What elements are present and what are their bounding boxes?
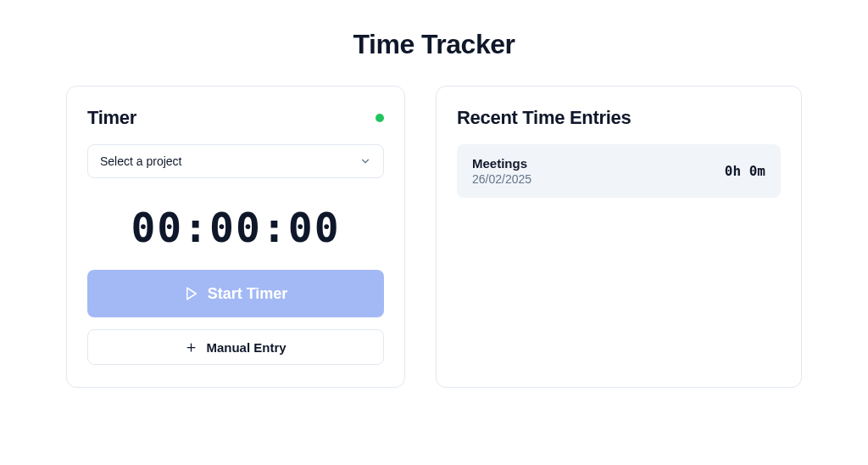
manual-entry-button[interactable]: Manual Entry xyxy=(87,329,384,365)
time-entry-date: 26/02/2025 xyxy=(472,172,531,186)
status-indicator-icon xyxy=(376,114,384,122)
svg-marker-0 xyxy=(186,288,196,300)
time-entry-info: Meetings 26/02/2025 xyxy=(472,156,531,186)
time-entry-project: Meetings xyxy=(472,156,531,171)
manual-entry-label: Manual Entry xyxy=(206,340,286,355)
project-select-placeholder: Select a project xyxy=(100,154,182,168)
timer-card-title: Timer xyxy=(87,107,136,129)
start-timer-label: Start Timer xyxy=(208,285,288,303)
entries-card-title: Recent Time Entries xyxy=(457,107,631,129)
project-select[interactable]: Select a project xyxy=(87,144,384,178)
main-container: Timer Select a project 00:00:00 Start Ti… xyxy=(0,86,868,388)
page-title: Time Tracker xyxy=(0,0,868,86)
timer-display: 00:00:00 xyxy=(87,190,384,270)
chevron-down-icon xyxy=(359,155,371,167)
entries-card-header: Recent Time Entries xyxy=(457,107,781,129)
plus-icon xyxy=(185,341,198,354)
start-timer-button[interactable]: Start Timer xyxy=(87,270,384,317)
recent-entries-card: Recent Time Entries Meetings 26/02/2025 … xyxy=(436,86,802,388)
time-entry-row[interactable]: Meetings 26/02/2025 0h 0m xyxy=(457,144,781,198)
time-entry-duration: 0h 0m xyxy=(725,163,765,179)
play-icon xyxy=(184,286,199,301)
timer-card-header: Timer xyxy=(87,107,384,129)
project-select-wrapper: Select a project xyxy=(87,144,384,178)
timer-card: Timer Select a project 00:00:00 Start Ti… xyxy=(66,86,405,388)
